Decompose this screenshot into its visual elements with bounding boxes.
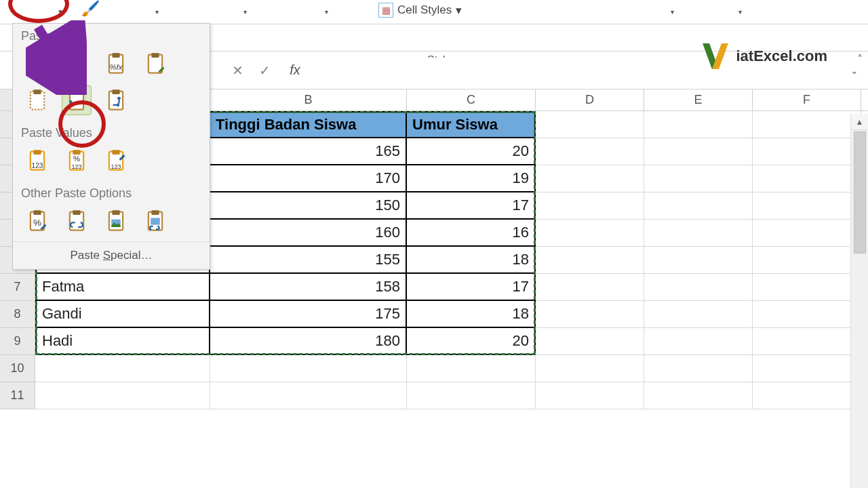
cell[interactable]: 165 (210, 138, 407, 165)
paste-picture-button[interactable] (101, 206, 131, 236)
cell[interactable] (210, 355, 407, 382)
paste-keep-column-widths-button[interactable] (62, 85, 92, 115)
cell[interactable]: 175 (210, 301, 407, 328)
row-header[interactable]: 10 (0, 355, 35, 382)
cell[interactable] (536, 328, 644, 355)
format-painter-icon[interactable]: 🖌️ (81, 0, 100, 18)
cell[interactable] (644, 192, 753, 220)
cell[interactable] (536, 247, 644, 274)
ribbon-group-dropdown[interactable]: ▾ (719, 2, 746, 22)
cell[interactable] (644, 355, 753, 382)
paste-link-button[interactable] (62, 206, 92, 236)
cell[interactable] (753, 274, 861, 301)
row-header[interactable]: 9 (0, 328, 35, 355)
scroll-up-button[interactable]: ▲ (851, 114, 868, 130)
cell[interactable]: Umur Siswa (407, 111, 536, 138)
column-header-C[interactable]: C (407, 89, 536, 110)
paste-values-source-formatting-button[interactable]: 123 (101, 146, 131, 176)
paste-formulas-number-format-button[interactable]: %fx (101, 49, 131, 79)
cell[interactable] (644, 328, 753, 355)
paste-formulas-button[interactable]: fx (62, 49, 92, 79)
paste-keep-source-formatting-button[interactable] (140, 49, 170, 79)
cell[interactable] (644, 220, 753, 247)
cell[interactable] (753, 111, 861, 138)
ribbon-group-dropdown[interactable]: ▼ (0, 2, 68, 22)
column-header-B[interactable]: B (210, 89, 407, 110)
cell[interactable] (536, 382, 644, 409)
cell[interactable]: 158 (210, 274, 407, 301)
cell[interactable] (644, 301, 753, 328)
insert-function-button[interactable]: fx (278, 62, 312, 78)
cell[interactable]: Gandi (35, 301, 210, 328)
paste-formatting-button[interactable]: % (22, 206, 52, 236)
cell[interactable] (644, 382, 753, 409)
formula-input[interactable] (312, 58, 841, 83)
cell[interactable] (753, 328, 861, 355)
cell[interactable] (753, 382, 861, 409)
confirm-entry-button[interactable]: ✓ (251, 62, 278, 79)
cell[interactable] (753, 192, 861, 220)
cell[interactable]: Fatma (35, 274, 210, 301)
ribbon-group-dropdown[interactable]: ▾ (163, 2, 251, 22)
column-header-D[interactable]: D (536, 89, 644, 110)
cell[interactable] (536, 220, 644, 247)
cell[interactable]: 18 (407, 301, 536, 328)
cell[interactable]: Hadi (35, 328, 210, 355)
cell[interactable]: 150 (210, 192, 407, 220)
cell[interactable] (753, 355, 861, 382)
expand-formula-bar-button[interactable]: ⌄ (841, 65, 868, 76)
cell[interactable]: 17 (407, 274, 536, 301)
cell[interactable] (536, 301, 644, 328)
cell[interactable]: 17 (407, 192, 536, 220)
paste-values-button[interactable]: 123 (22, 146, 52, 176)
cancel-entry-button[interactable]: ✕ (224, 62, 251, 79)
cell[interactable] (407, 355, 536, 382)
cell-styles-button[interactable]: ▦ Cell Styles ▾ (378, 3, 462, 18)
cell[interactable]: 180 (210, 328, 407, 355)
paste-no-borders-button[interactable] (22, 85, 52, 115)
cell[interactable]: 20 (407, 138, 536, 165)
cell[interactable] (536, 355, 644, 382)
cell[interactable] (536, 165, 644, 192)
cell[interactable] (753, 220, 861, 247)
ribbon-group-dropdown[interactable]: ▾ (251, 2, 332, 22)
cell[interactable] (536, 111, 644, 138)
cell[interactable]: 160 (210, 220, 407, 247)
cell[interactable] (35, 382, 210, 409)
cell[interactable] (644, 138, 753, 165)
cell[interactable] (644, 165, 753, 192)
cell[interactable] (644, 111, 753, 138)
paste-special-menu-item[interactable]: Paste Special… (13, 241, 210, 269)
cell[interactable]: 155 (210, 247, 407, 274)
ribbon-group-dropdown[interactable]: ▾ (651, 2, 678, 22)
cell[interactable]: 16 (407, 220, 536, 247)
paste-linked-picture-button[interactable] (140, 206, 170, 236)
row-header[interactable]: 8 (0, 301, 35, 328)
cell[interactable] (536, 274, 644, 301)
cell[interactable] (753, 138, 861, 165)
cell[interactable] (644, 247, 753, 274)
cell[interactable] (536, 192, 644, 220)
cell[interactable] (753, 247, 861, 274)
cell[interactable]: Tinggi Badan Siswa (210, 111, 407, 138)
paste-values-number-format-button[interactable]: %123 (62, 146, 92, 176)
cell[interactable]: 170 (210, 165, 407, 192)
paste-all-button[interactable] (22, 49, 52, 79)
column-header-E[interactable]: E (644, 89, 753, 110)
scroll-thumb[interactable] (854, 131, 866, 253)
cell[interactable] (536, 138, 644, 165)
cell[interactable] (753, 165, 861, 192)
column-header-F[interactable]: F (753, 89, 861, 110)
row-header[interactable]: 7 (0, 274, 35, 301)
row-header[interactable]: 11 (0, 382, 35, 409)
cell[interactable]: 18 (407, 247, 536, 274)
cell[interactable] (753, 301, 861, 328)
cell[interactable]: 19 (407, 165, 536, 192)
cell[interactable] (407, 382, 536, 409)
cell[interactable] (644, 274, 753, 301)
cell[interactable]: 20 (407, 328, 536, 355)
paste-transpose-button[interactable] (101, 85, 131, 115)
vertical-scrollbar[interactable]: ▲ (850, 114, 868, 488)
cell[interactable] (210, 382, 407, 409)
cell[interactable] (35, 355, 210, 382)
